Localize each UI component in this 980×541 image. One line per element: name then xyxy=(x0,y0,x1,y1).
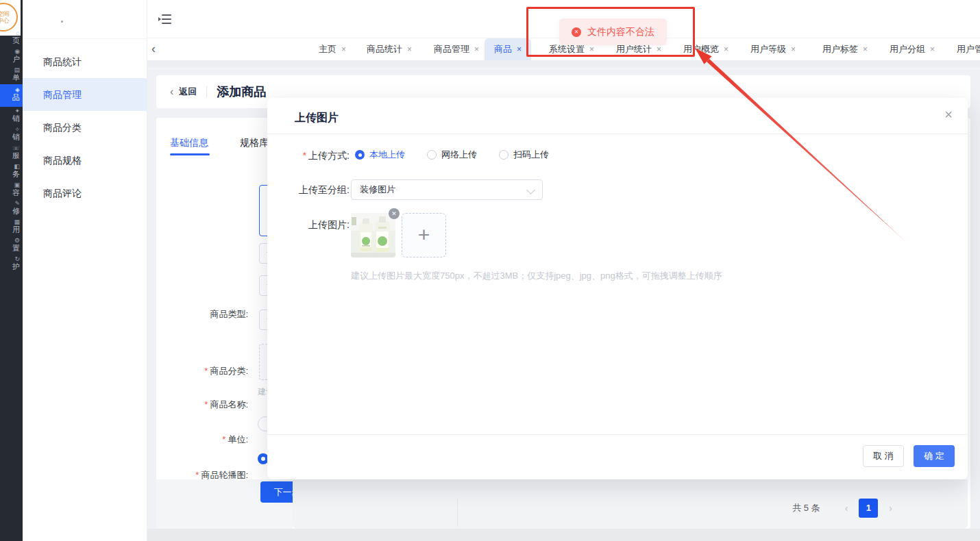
select-value: 装修图片 xyxy=(360,184,395,194)
tab-close-icon[interactable]: × xyxy=(474,45,479,54)
breadcrumb-divider xyxy=(206,86,207,97)
logo-text-top: 空间 xyxy=(0,10,10,17)
goods-submenu: 商品统计 商品管理 商品分类 商品规格 商品评论 xyxy=(23,45,147,210)
tab-close-icon[interactable]: × xyxy=(724,45,728,54)
pagination: 共 5 条 ‹ 1 › xyxy=(792,499,899,518)
sidebar-item-goods-comments[interactable]: 商品评论 xyxy=(23,177,147,210)
maintain-icon: ↻ xyxy=(0,255,20,262)
dialog-title: 上传图片 xyxy=(295,111,339,125)
tab-user-groups[interactable]: 用户分组× xyxy=(890,38,935,60)
unit-label: *单位: xyxy=(156,433,248,446)
dialog-footer-divider xyxy=(267,434,968,435)
content-icon: ▣ xyxy=(0,181,20,188)
radio-unchecked-icon xyxy=(427,150,437,160)
close-icon[interactable]: × xyxy=(944,108,953,121)
brand-name-erased xyxy=(39,8,134,31)
plus-icon: + xyxy=(402,223,445,247)
pagination-total: 共 5 条 xyxy=(792,502,820,514)
add-image-button[interactable]: + xyxy=(402,213,446,257)
sidebar-item-goods-manage[interactable]: 商品管理 xyxy=(23,78,147,111)
tab-goods-stats[interactable]: 商品统计× xyxy=(367,38,412,60)
app-window: 空间 中心 ⌂页 ◉户 ▤单 ◈品 ✦销 ✧销 ☏服 ◧务 ▣容 ✎修 ▦用 ⚙… xyxy=(0,0,980,541)
confirm-button[interactable]: 确 定 xyxy=(914,445,955,467)
sidebar-item-goods-stats[interactable]: 商品统计 xyxy=(23,45,147,78)
active-step-underline xyxy=(170,153,210,155)
nav-orders[interactable]: ▤单 xyxy=(0,66,23,84)
chevron-down-icon xyxy=(526,186,535,194)
service-icon: ☏ xyxy=(0,144,20,151)
upload-group-label: 上传至分组: xyxy=(267,184,350,197)
upload-images-label: 上传图片: xyxy=(267,219,350,231)
collapse-menu-icon[interactable] xyxy=(158,14,172,25)
secondary-sidebar: 商品统计 商品管理 商品分类 商品规格 商品评论 xyxy=(23,0,147,541)
cancel-button[interactable]: 取 消 xyxy=(863,445,904,467)
goods-category-label: *商品分类: xyxy=(156,365,248,377)
primary-sidebar: 空间 中心 ⌂页 ◉户 ▤单 ◈品 ✦销 ✧销 ☏服 ◧务 ▣容 ✎修 ▦用 ⚙… xyxy=(0,0,23,541)
goods-type-label: 商品类型: xyxy=(156,308,248,320)
tab-user-labels[interactable]: 用户标签× xyxy=(822,38,868,60)
nav-apps[interactable]: ▦用 xyxy=(0,218,23,236)
upload-group-select[interactable]: 装修图片 xyxy=(351,179,543,200)
back-button[interactable]: 返回 xyxy=(179,86,197,98)
page-title: 添加商品 xyxy=(217,84,266,100)
nav-service[interactable]: ☏服 xyxy=(0,144,23,162)
radio-network-upload[interactable]: 网络上传 xyxy=(427,149,477,161)
tabs-scroll-left-icon[interactable] xyxy=(151,42,156,55)
distribution-icon: ✧ xyxy=(0,125,20,133)
tab-user-level[interactable]: 用户等级× xyxy=(750,38,796,60)
nav-decorate[interactable]: ✎修 xyxy=(0,199,23,218)
remove-image-icon[interactable]: ✕ xyxy=(389,208,400,219)
order-icon: ▤ xyxy=(0,66,20,73)
tab-close-icon[interactable]: × xyxy=(791,45,796,54)
tab-goods-manage[interactable]: 商品管理× xyxy=(434,38,479,60)
finance-icon: ◧ xyxy=(0,162,20,170)
tab-home[interactable]: 主页× xyxy=(319,38,346,60)
page-bottom-strip xyxy=(147,529,980,541)
radio-scan-upload[interactable]: 扫码上传 xyxy=(499,149,549,161)
back-chevron-icon xyxy=(170,86,173,98)
home-icon: ⌂ xyxy=(0,29,20,36)
goods-name-label: *商品名称: xyxy=(156,399,248,411)
radio-local-upload[interactable]: 本地上传 xyxy=(355,149,405,161)
nav-home[interactable]: ⌂页 xyxy=(0,29,23,47)
tab-close-icon[interactable]: × xyxy=(930,45,935,54)
nav-finance[interactable]: ◧务 xyxy=(0,162,23,181)
radio-checked-icon xyxy=(355,150,365,160)
nav-marketing[interactable]: ✦销 xyxy=(0,107,23,125)
tab-basic-info[interactable]: 基础信息 xyxy=(170,137,208,149)
primary-nav: ⌂页 ◉户 ▤单 ◈品 ✦销 ✧销 ☏服 ◧务 ▣容 ✎修 ▦用 ⚙置 ↻护 xyxy=(0,29,23,273)
marketing-icon: ✦ xyxy=(0,107,20,114)
tab-close-icon[interactable]: × xyxy=(341,45,346,54)
goods-icon: ◈ xyxy=(0,86,20,93)
nav-goods[interactable]: ◈品 xyxy=(0,84,23,107)
upload-hint: 建议上传图片最大宽度750px，不超过3MB；仅支持jpeg、jpg、png格式… xyxy=(351,270,722,282)
upload-method-radio-group: 本地上传 网络上传 扫码上传 xyxy=(355,149,549,161)
tab-user-manage[interactable]: 用户管理× xyxy=(957,38,980,60)
tab-goods[interactable]: 商品× xyxy=(485,38,531,60)
annotation-rectangle xyxy=(526,7,695,57)
prev-page-icon[interactable]: ‹ xyxy=(838,503,855,514)
radio-unchecked-icon xyxy=(499,150,509,160)
next-page-icon[interactable]: › xyxy=(882,503,899,514)
bottles-photo xyxy=(351,213,395,257)
dialog-header-divider xyxy=(267,134,968,134)
logo-icon: 空间 中心 xyxy=(0,3,18,32)
upload-image-dialog: 上传图片 × *上传方式: 本地上传 网络上传 扫码上传 上传至分组: 装修图片… xyxy=(267,98,968,479)
settings-icon: ⚙ xyxy=(0,236,20,244)
tab-close-icon[interactable]: × xyxy=(517,45,522,54)
decorate-icon: ✎ xyxy=(0,199,20,207)
nav-distribution[interactable]: ✧销 xyxy=(0,125,23,144)
tab-close-icon[interactable]: × xyxy=(863,45,868,54)
logo-text-bottom: 中心 xyxy=(0,17,10,24)
current-page-button[interactable]: 1 xyxy=(859,499,878,518)
sidebar-item-goods-spec[interactable]: 商品规格 xyxy=(23,144,147,177)
sidebar-item-goods-category[interactable]: 商品分类 xyxy=(23,111,147,144)
uploaded-image-thumbnail[interactable]: ✕ xyxy=(351,213,395,257)
user-icon: ◉ xyxy=(0,47,20,55)
nav-content[interactable]: ▣容 xyxy=(0,181,23,199)
nav-users[interactable]: ◉户 xyxy=(0,47,23,66)
nav-maintain[interactable]: ↻护 xyxy=(0,255,23,273)
tab-close-icon[interactable]: × xyxy=(407,45,412,54)
nav-settings[interactable]: ⚙置 xyxy=(0,236,23,255)
bottom-divider-line xyxy=(457,498,458,527)
